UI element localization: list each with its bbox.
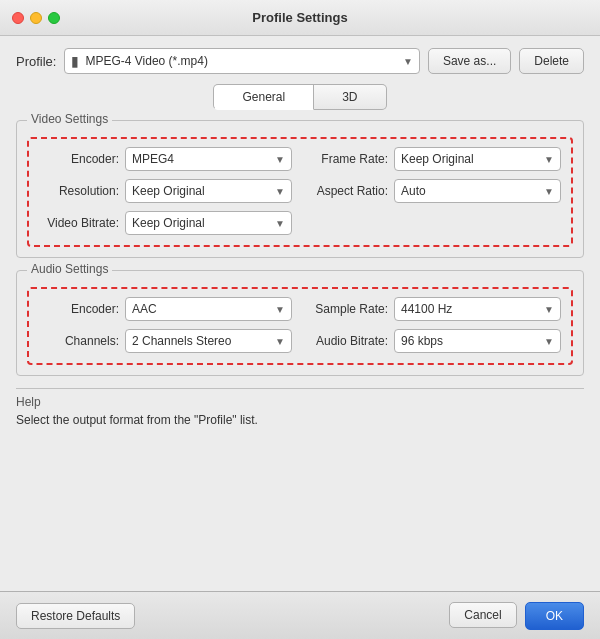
audio-bitrate-chevron-icon: ▼: [544, 336, 554, 347]
sample-rate-value: 44100 Hz: [401, 302, 544, 316]
profile-label: Profile:: [16, 54, 56, 69]
frame-rate-field: Frame Rate: Keep Original ▼: [308, 147, 561, 171]
video-bitrate-value: Keep Original: [132, 216, 275, 230]
sample-rate-select[interactable]: 44100 Hz ▼: [394, 297, 561, 321]
resolution-label: Resolution:: [39, 184, 119, 198]
audio-bitrate-label: Audio Bitrate:: [308, 334, 388, 348]
tab-general[interactable]: General: [213, 84, 314, 110]
channels-chevron-icon: ▼: [275, 336, 285, 347]
video-settings-inner: Encoder: MPEG4 ▼ Frame Rate: Keep Origin…: [27, 137, 573, 247]
cancel-button[interactable]: Cancel: [449, 602, 516, 628]
tabs-row: General 3D: [16, 84, 584, 110]
resolution-value: Keep Original: [132, 184, 275, 198]
help-title: Help: [16, 395, 584, 409]
video-settings-title: Video Settings: [27, 112, 112, 126]
sample-rate-chevron-icon: ▼: [544, 304, 554, 315]
title-bar: Profile Settings: [0, 0, 600, 36]
audio-settings-title: Audio Settings: [27, 262, 112, 276]
save-as-button[interactable]: Save as...: [428, 48, 511, 74]
sample-rate-label: Sample Rate:: [308, 302, 388, 316]
audio-encoder-chevron-icon: ▼: [275, 304, 285, 315]
tab-3d[interactable]: 3D: [314, 84, 386, 110]
frame-rate-select[interactable]: Keep Original ▼: [394, 147, 561, 171]
audio-encoder-label: Encoder:: [39, 302, 119, 316]
audio-encoder-value: AAC: [132, 302, 275, 316]
aspect-ratio-field: Aspect Ratio: Auto ▼: [308, 179, 561, 203]
encoder-chevron-icon: ▼: [275, 154, 285, 165]
traffic-lights: [12, 12, 60, 24]
help-text: Select the output format from the "Profi…: [16, 413, 584, 427]
resolution-select[interactable]: Keep Original ▼: [125, 179, 292, 203]
aspect-ratio-chevron-icon: ▼: [544, 186, 554, 197]
ok-button[interactable]: OK: [525, 602, 584, 630]
maximize-button[interactable]: [48, 12, 60, 24]
restore-defaults-button[interactable]: Restore Defaults: [16, 603, 135, 629]
footer: Restore Defaults Cancel OK: [0, 591, 600, 639]
video-bitrate-chevron-icon: ▼: [275, 218, 285, 229]
frame-rate-value: Keep Original: [401, 152, 544, 166]
resolution-field: Resolution: Keep Original ▼: [39, 179, 292, 203]
video-settings-section: Video Settings Encoder: MPEG4 ▼ Frame Ra…: [16, 120, 584, 258]
audio-settings-inner: Encoder: AAC ▼ Sample Rate: 44100 Hz ▼ C…: [27, 287, 573, 365]
audio-bitrate-field: Audio Bitrate: 96 kbps ▼: [308, 329, 561, 353]
window-title: Profile Settings: [252, 10, 347, 25]
resolution-chevron-icon: ▼: [275, 186, 285, 197]
main-content: Profile: ▮ MPEG-4 Video (*.mp4) ▼ Save a…: [0, 36, 600, 591]
video-bitrate-label: Video Bitrate:: [39, 216, 119, 230]
encoder-value: MPEG4: [132, 152, 275, 166]
profile-row: Profile: ▮ MPEG-4 Video (*.mp4) ▼ Save a…: [16, 48, 584, 74]
close-button[interactable]: [12, 12, 24, 24]
aspect-ratio-label: Aspect Ratio:: [308, 184, 388, 198]
audio-encoder-select[interactable]: AAC ▼: [125, 297, 292, 321]
channels-field: Channels: 2 Channels Stereo ▼: [39, 329, 292, 353]
encoder-field: Encoder: MPEG4 ▼: [39, 147, 292, 171]
aspect-ratio-value: Auto: [401, 184, 544, 198]
chevron-down-icon: ▼: [403, 56, 413, 67]
profile-value: MPEG-4 Video (*.mp4): [85, 54, 397, 68]
profile-icon: ▮: [71, 53, 79, 69]
footer-right: Cancel OK: [449, 602, 584, 630]
encoder-label: Encoder:: [39, 152, 119, 166]
delete-button[interactable]: Delete: [519, 48, 584, 74]
audio-bitrate-value: 96 kbps: [401, 334, 544, 348]
aspect-ratio-select[interactable]: Auto ▼: [394, 179, 561, 203]
help-section: Help Select the output format from the "…: [16, 388, 584, 427]
frame-rate-label: Frame Rate:: [308, 152, 388, 166]
profile-select[interactable]: ▮ MPEG-4 Video (*.mp4) ▼: [64, 48, 419, 74]
audio-settings-section: Audio Settings Encoder: AAC ▼ Sample Rat…: [16, 270, 584, 376]
audio-encoder-field: Encoder: AAC ▼: [39, 297, 292, 321]
sample-rate-field: Sample Rate: 44100 Hz ▼: [308, 297, 561, 321]
video-bitrate-select[interactable]: Keep Original ▼: [125, 211, 292, 235]
channels-select[interactable]: 2 Channels Stereo ▼: [125, 329, 292, 353]
video-bitrate-field: Video Bitrate: Keep Original ▼: [39, 211, 292, 235]
audio-bitrate-select[interactable]: 96 kbps ▼: [394, 329, 561, 353]
encoder-select[interactable]: MPEG4 ▼: [125, 147, 292, 171]
channels-label: Channels:: [39, 334, 119, 348]
footer-left: Restore Defaults: [16, 603, 449, 629]
frame-rate-chevron-icon: ▼: [544, 154, 554, 165]
channels-value: 2 Channels Stereo: [132, 334, 275, 348]
minimize-button[interactable]: [30, 12, 42, 24]
